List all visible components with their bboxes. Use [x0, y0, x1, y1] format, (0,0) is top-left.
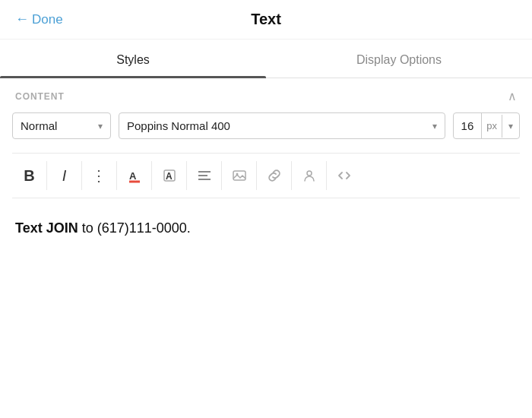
paragraph-type-chevron-icon: ▾ [98, 121, 103, 131]
page-title: Text [251, 11, 281, 28]
back-button[interactable]: ← Done [15, 11, 63, 27]
code-button[interactable] [327, 161, 362, 190]
font-size-chevron-icon[interactable]: ▾ [502, 115, 519, 138]
font-size-unit: px [482, 114, 502, 138]
formatting-toolbar: B I ⋮ A A [12, 153, 520, 198]
italic-button[interactable]: I [47, 161, 82, 190]
bold-button[interactable]: B [12, 161, 47, 190]
style-controls-row: Normal ▾ Poppins Normal 400 ▾ 16 px ▾ [12, 112, 520, 139]
section-label: CONTENT [15, 91, 65, 102]
content-area: Text JOIN to (617)111-0000. [12, 212, 520, 245]
header: ← Done Text [0, 0, 532, 40]
paragraph-type-value: Normal [21, 119, 93, 132]
back-arrow-icon: ← [15, 11, 29, 27]
font-chevron-icon: ▾ [432, 121, 437, 131]
more-options-button[interactable]: ⋮ [82, 161, 117, 190]
image-icon [232, 168, 247, 183]
person-icon [302, 168, 317, 183]
person-button[interactable] [292, 161, 327, 190]
font-size-value[interactable]: 16 [454, 113, 483, 138]
section-header: CONTENT ∧ [12, 78, 520, 112]
content-section: CONTENT ∧ Normal ▾ Poppins Normal 400 ▾ … [0, 78, 532, 245]
font-select[interactable]: Poppins Normal 400 ▾ [119, 112, 445, 139]
tabs-bar: Styles Display Options [0, 40, 532, 78]
align-icon [197, 168, 212, 183]
back-label: Done [32, 12, 63, 27]
link-icon [267, 168, 282, 183]
font-size-control: 16 px ▾ [453, 112, 520, 139]
tab-styles[interactable]: Styles [0, 40, 266, 78]
chevron-up-icon[interactable]: ∧ [508, 89, 517, 103]
highlight-icon: A [162, 168, 177, 183]
font-value: Poppins Normal 400 [127, 119, 428, 132]
svg-text:A: A [129, 170, 137, 182]
tab-display-options[interactable]: Display Options [266, 40, 532, 78]
svg-rect-7 [233, 171, 245, 180]
text-color-icon: A [127, 168, 142, 183]
highlight-button[interactable]: A [152, 161, 187, 190]
paragraph-type-select[interactable]: Normal ▾ [12, 112, 111, 139]
link-button[interactable] [257, 161, 292, 190]
image-button[interactable] [222, 161, 257, 190]
svg-point-9 [307, 171, 312, 176]
content-text: Text JOIN to (617)111-0000. [15, 218, 517, 239]
align-button[interactable] [187, 161, 222, 190]
code-icon [337, 168, 352, 183]
svg-text:A: A [166, 171, 173, 182]
text-color-button[interactable]: A [117, 161, 152, 190]
